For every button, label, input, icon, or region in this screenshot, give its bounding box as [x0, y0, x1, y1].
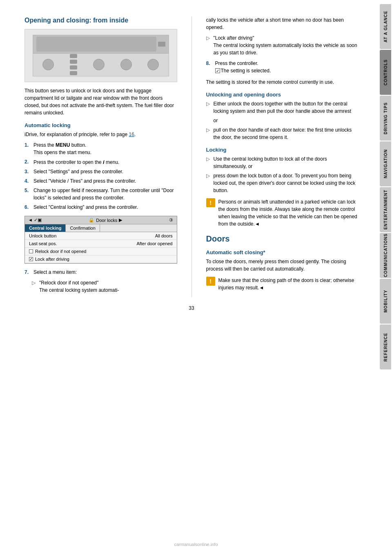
tab-label-mobility: Mobility	[383, 290, 388, 313]
tab-label-reference: Reference	[383, 333, 388, 362]
locking-bullets: ▷ Use the central locking button to lock…	[206, 155, 359, 194]
step7-bullets: ▷ "Relock door if not opened" The centra…	[24, 279, 177, 294]
ui-row-unlock: Unlock button All doors	[25, 232, 177, 240]
ui-tab-central-locking[interactable]: Central locking	[25, 224, 66, 232]
setting-stored: The setting is stored for the remote con…	[206, 78, 359, 86]
ui-row-lastseat: Last seat pos. After door opened	[25, 240, 177, 248]
lock-icon: 🔒	[89, 217, 94, 223]
ui-header-center: 🔒 Door locks ▶	[89, 217, 122, 223]
lockafter-label: Lock after driving	[35, 257, 69, 262]
ui-header-left: ◄ ✓▣	[28, 217, 42, 223]
section-title: Opening and closing: from inside	[24, 16, 177, 25]
step7-cont: cally locks the vehicle after a short ti…	[206, 16, 359, 31]
step-1: 1. Press the MENU button.This opens the …	[24, 141, 177, 156]
unlock-bullet2: ▷ pull on the door handle of each door t…	[206, 126, 359, 141]
locking-heading: Locking	[206, 147, 359, 153]
step7-bullet1: ▷ "Relock door if not opened" The centra…	[32, 279, 177, 294]
ui-row-lastseat-value: After door opened	[136, 241, 172, 246]
door-image	[24, 29, 177, 82]
step7-list: 7. Select a menu item:	[24, 269, 177, 276]
ui-row-lockafter: Lock after driving	[25, 255, 177, 263]
step-8: 8. Press the controller. The setting is …	[206, 60, 359, 75]
step-4: 4. Select "Vehicle / Tires" and press th…	[24, 177, 177, 185]
warning-box-2: ! Make sure that the closing path of the…	[206, 277, 359, 291]
sidebar-tab-mobility[interactable]: Mobility	[380, 279, 391, 324]
sidebar-tab-entertainment[interactable]: Entertainment	[380, 187, 391, 232]
ui-tabs: Central locking Confirmation	[25, 224, 177, 232]
step7-bullet2-list: ▷ "Lock after driving" The central locki…	[206, 34, 359, 56]
i-symbol: i	[103, 159, 105, 165]
unlocking-bullets: ▷ Either unlock the doors together with …	[206, 100, 359, 141]
unlock-bullet1: ▷ Either unlock the doors together with …	[206, 100, 359, 115]
auto-locking-heading: Automatic locking	[24, 122, 177, 128]
right-column: cally locks the vehicle after a short ti…	[206, 16, 359, 297]
doors-heading: Doors	[206, 234, 359, 244]
ui-row-unlock-value: All doors	[155, 233, 173, 238]
sidebar-tab-communications[interactable]: Communications	[380, 233, 391, 278]
warning-text-2: Make sure that the closing path of the d…	[218, 277, 359, 291]
setting-selected: The setting is selected.	[215, 69, 271, 74]
step-2: 2. Press the controller to open the i me…	[24, 158, 177, 166]
auto-locking-intro: iDrive, for explanation of principle, re…	[24, 131, 177, 138]
warning-text-1: Persons or animals left unattended in a …	[218, 198, 359, 228]
warning-icon-2: !	[206, 277, 215, 286]
steps-list: 1. Press the MENU button.This opens the …	[24, 141, 177, 211]
sidebar-tab-driving-tips[interactable]: Driving tips	[380, 96, 391, 141]
lock-bullet2: ▷ press down the lock button of a door. …	[206, 172, 359, 194]
step7-bullet2: ▷ "Lock after driving" The central locki…	[206, 34, 359, 56]
col-divider	[192, 16, 192, 297]
unlock-or: or	[206, 117, 359, 124]
ui-row-lastseat-label: Last seat pos.	[29, 241, 57, 246]
check-icon	[215, 68, 220, 73]
tab-label-controls: Controls	[383, 59, 388, 85]
step8-list: 8. Press the controller. The setting is …	[206, 60, 359, 75]
door-locks-ui: ◄ ✓▣ 🔒 Door locks ▶ ③ Central locking Co…	[24, 216, 177, 264]
sidebar-tab-controls[interactable]: Controls	[380, 50, 391, 95]
left-column: Opening and closing: from inside	[24, 16, 177, 297]
ui-row-relock: Relock door if not opened	[25, 248, 177, 255]
step-3: 3. Select "Settings" and press the contr…	[24, 168, 177, 175]
auto-soft-heading: Automatic soft closing*	[206, 249, 359, 255]
ui-title: Door locks	[96, 218, 117, 223]
warning-box-1: ! Persons or animals left unattended in …	[206, 198, 359, 228]
lock-bullet1: ▷ Use the central locking button to lock…	[206, 155, 359, 170]
tab-label-communications: Communications	[383, 233, 388, 277]
lock-after-text: The central locking system automatically…	[214, 43, 357, 56]
unlocking-heading: Unlocking and opening doors	[206, 92, 359, 98]
tab-label-entertainment: Entertainment	[383, 190, 388, 230]
ui-header-num: ③	[169, 217, 173, 223]
auto-soft-text: To close the doors, merely press them cl…	[206, 258, 359, 273]
tab-label-navigation: Navigation	[383, 149, 388, 178]
tab-label-driving-tips: Driving tips	[383, 102, 388, 134]
page-number: 33	[24, 305, 359, 311]
menu-bold: MENU	[56, 142, 70, 148]
warning-icon-1: !	[206, 198, 215, 207]
sidebar-tab-at-a-glance[interactable]: At a glance	[380, 4, 391, 49]
tab-label-at-a-glance: At a glance	[383, 11, 388, 43]
relock-checkbox[interactable]	[29, 249, 33, 253]
sidebar-tab-navigation[interactable]: Navigation	[380, 141, 391, 186]
watermark: carmanualsonline.info	[174, 542, 218, 547]
step-5: 5. Change to upper field if necessary. T…	[24, 187, 177, 201]
lock-after-label: "Lock after driving"	[214, 35, 254, 41]
ui-tab-confirmation[interactable]: Confirmation	[66, 224, 100, 232]
ui-row-unlock-label: Unlock button	[29, 233, 56, 238]
lockafter-checkbox[interactable]	[29, 257, 33, 261]
sidebar-tabs: At a glance Controls Driving tips Naviga…	[380, 0, 392, 555]
step-7: 7. Select a menu item:	[24, 269, 177, 276]
intro-text: This button serves to unlock or lock doo…	[24, 87, 177, 116]
sidebar-tab-reference[interactable]: Reference	[380, 324, 391, 369]
relock-label: Relock door if not opened	[35, 249, 86, 254]
ui-header: ◄ ✓▣ 🔒 Door locks ▶ ③	[25, 216, 177, 224]
step-6: 6. Select "Central locking" and press th…	[24, 204, 177, 211]
